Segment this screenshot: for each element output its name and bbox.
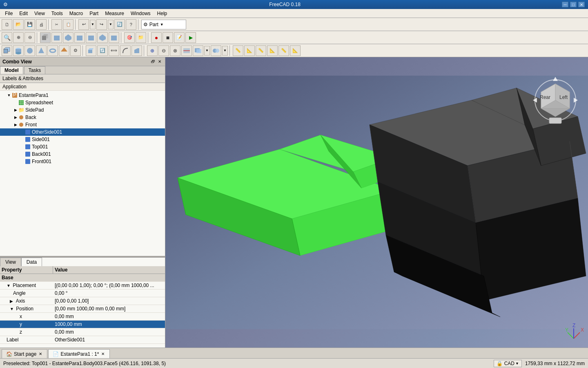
tb-measure3[interactable]: 📏 <box>256 45 266 56</box>
tb-cone[interactable] <box>36 45 47 56</box>
expand-arrow[interactable]: ▼ <box>7 93 11 97</box>
tree-item-top001[interactable]: ▶ Top001 <box>0 143 165 150</box>
tb-cylinder[interactable] <box>13 45 24 56</box>
tb-measure6[interactable]: 📐 <box>290 45 301 56</box>
prop-row-y[interactable]: y 1000,00 mm <box>0 321 165 328</box>
tab-tasks[interactable]: Tasks <box>24 66 46 74</box>
menu-windows[interactable]: Windows <box>127 10 154 17</box>
viewport[interactable]: Rear Left X Y Z <box>165 57 588 348</box>
tb-section[interactable] <box>181 45 192 56</box>
menu-tools[interactable]: Tools <box>48 10 66 17</box>
tb-measure5[interactable]: 📏 <box>278 45 289 56</box>
tb-save[interactable]: 💾 <box>24 19 35 30</box>
prop-tab-data[interactable]: Data <box>21 258 42 266</box>
tree-item-side001[interactable]: ▶ Side001 <box>0 136 165 143</box>
tb-union[interactable]: ⊕ <box>147 45 158 56</box>
tree-item-back[interactable]: ▶ Back <box>0 114 165 121</box>
tb-texture[interactable]: 🎯 <box>124 32 135 43</box>
prop-tab-view[interactable]: View <box>0 258 21 266</box>
tb-measure2[interactable]: 📐 <box>244 45 255 56</box>
tb-rear[interactable] <box>86 32 96 43</box>
tb-shape-builder[interactable]: ⚙ <box>70 45 81 56</box>
expand-arrow[interactable]: ▶ <box>13 108 18 112</box>
workbench-dropdown[interactable]: ⚙ Part ▼ <box>141 20 186 29</box>
tb-box[interactable] <box>2 45 12 56</box>
tab-estante[interactable]: 📄 EstantePara1 : 1* ✕ <box>48 349 110 358</box>
tb-compound-tools[interactable] <box>211 45 221 56</box>
tb-sphere[interactable] <box>24 45 35 56</box>
tb-revolve[interactable]: 🔃 <box>97 45 108 56</box>
close-button[interactable]: ✕ <box>578 2 585 7</box>
minimize-button[interactable]: ─ <box>562 2 568 7</box>
tree-item-back001[interactable]: ▶ Back001 <box>0 150 165 158</box>
tb-stop[interactable]: ■ <box>163 32 173 43</box>
expand-arrow[interactable]: ▶ <box>13 123 18 127</box>
menu-edit[interactable]: Edit <box>16 10 31 17</box>
cad-indicator[interactable]: 🔒 CAD ▼ <box>494 360 522 367</box>
start-page-close[interactable]: ✕ <box>38 352 43 357</box>
prop-row-z[interactable]: z 0,00 mm <box>0 328 165 336</box>
tb-redo[interactable]: ↪ <box>96 19 107 30</box>
tb-print[interactable]: 🖨 <box>36 19 47 30</box>
placement-expand[interactable]: ▼ <box>7 283 11 288</box>
prop-row-angle[interactable]: Angle 0,00 ° <box>0 289 165 297</box>
tb-bool-frags[interactable] <box>193 45 203 56</box>
tb-mirror[interactable]: ⟺ <box>109 45 119 56</box>
tb-zoom-in[interactable]: ⊕ <box>13 32 24 43</box>
tb-macro-edit[interactable]: 📝 <box>174 32 185 43</box>
menu-file[interactable]: File <box>2 10 16 17</box>
split-dropdown[interactable]: ▼ <box>204 46 210 56</box>
tree-item-otherside001[interactable]: ▶ OtherSide001 <box>0 128 165 136</box>
menu-help[interactable]: Help <box>154 10 171 17</box>
tb-help[interactable]: ? <box>126 19 136 30</box>
tb-home[interactable] <box>40 32 51 43</box>
estante-close[interactable]: ✕ <box>100 352 105 357</box>
prop-row-x[interactable]: x 0,00 mm <box>0 313 165 321</box>
tb-torus[interactable] <box>47 45 58 56</box>
tb-new[interactable]: 🗋 <box>2 19 12 30</box>
tree-item-root[interactable]: ▼ P EstantePara1 <box>0 92 165 99</box>
tree-item-spreadsheet[interactable]: ▶ Spreadsheet <box>0 99 165 106</box>
prop-row-label[interactable]: Label OtherSide001 <box>0 336 165 344</box>
redo-dropdown[interactable]: ▼ <box>108 20 114 29</box>
tree-item-sidepad[interactable]: ▶ 📁 SidePad <box>0 106 165 114</box>
axis-expand[interactable]: ▶ <box>10 299 15 303</box>
tree-item-front001[interactable]: ▶ Front001 <box>0 158 165 165</box>
tab-start-page[interactable]: 🏠 Start page ✕ <box>2 349 47 358</box>
menu-view[interactable]: View <box>31 10 48 17</box>
tb-right[interactable] <box>74 32 85 43</box>
tb-zoom-out[interactable]: ⊖ <box>24 32 35 43</box>
tree-item-front[interactable]: ▶ Front <box>0 121 165 128</box>
tb-undo[interactable]: ↩ <box>78 19 89 30</box>
tb-run[interactable]: ▶ <box>185 32 196 43</box>
prop-row-position[interactable]: ▼ Position [0,00 mm 1000,00 mm 0,00 mm] <box>0 305 165 313</box>
compound-dropdown[interactable]: ▼ <box>222 46 228 56</box>
tb-import-shape[interactable] <box>59 45 69 56</box>
maximize-button[interactable]: □ <box>570 2 577 7</box>
pos-expand[interactable]: ▼ <box>10 307 15 311</box>
tb-open[interactable]: 📂 <box>13 19 24 30</box>
tb-fillet[interactable] <box>120 45 131 56</box>
tb-refresh[interactable]: 🔄 <box>114 19 125 30</box>
tb-record[interactable]: ● <box>151 32 162 43</box>
menu-measure[interactable]: Measure <box>102 10 127 17</box>
tree-view[interactable]: ▼ P EstantePara1 ▶ Spreadsheet <box>0 91 165 256</box>
expand-arrow[interactable]: ▶ <box>13 115 18 119</box>
undo-dropdown[interactable]: ▼ <box>90 20 96 29</box>
tb-bottom[interactable] <box>97 32 108 43</box>
tb-copy[interactable]: 📋 <box>63 19 74 30</box>
tb-view-zoom[interactable]: 🔍 <box>2 32 12 43</box>
tb-cut2[interactable]: ⊖ <box>158 45 169 56</box>
tb-top[interactable] <box>63 32 74 43</box>
tb-folder2[interactable]: 📁 <box>136 32 146 43</box>
tb-measure1[interactable]: 📏 <box>233 45 243 56</box>
tb-chamfer[interactable] <box>131 45 142 56</box>
tb-cut[interactable]: ✂ <box>51 19 62 30</box>
tb-left[interactable] <box>109 32 119 43</box>
menu-macro[interactable]: Macro <box>66 10 86 17</box>
menu-part[interactable]: Part <box>86 10 102 17</box>
tb-measure4[interactable]: 📐 <box>267 45 278 56</box>
tb-extrude[interactable] <box>86 45 96 56</box>
tab-model[interactable]: Model <box>0 66 23 74</box>
combo-restore-btn[interactable]: 🗗 <box>150 59 156 65</box>
